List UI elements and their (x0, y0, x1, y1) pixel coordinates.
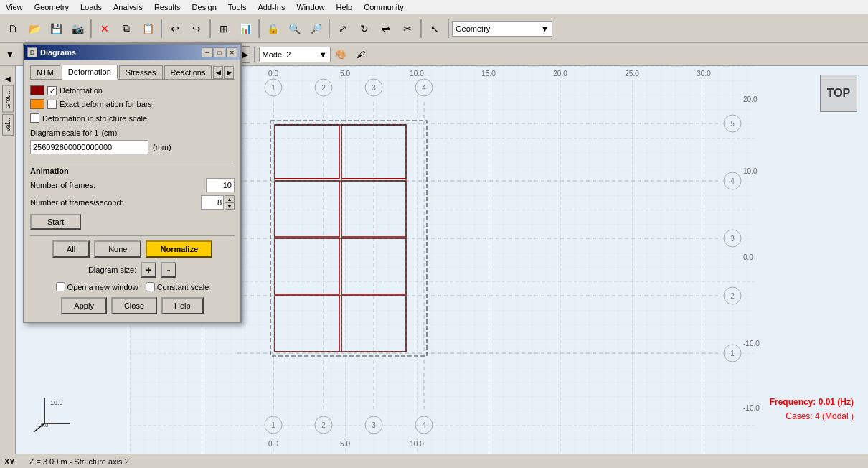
tb2-color1[interactable]: 🎨 (333, 46, 350, 63)
tab-reactions[interactable]: Reactions (164, 65, 212, 79)
num-frames-row: Number of frames: (30, 178, 235, 192)
dialog-close-btn[interactable]: ✕ (226, 47, 237, 57)
sep5 (329, 19, 330, 38)
search-button[interactable]: 🔍 (284, 19, 304, 39)
move-button[interactable]: ⤢ (333, 19, 353, 39)
svg-text:3: 3 (372, 421, 376, 429)
lock-button[interactable]: 🔒 (263, 19, 283, 39)
menu-results[interactable]: Results (148, 1, 187, 13)
camera-button[interactable]: 📷 (67, 19, 88, 39)
spinbox-up[interactable]: ▲ (225, 195, 235, 202)
deformation-checkbox[interactable]: ✓ (47, 86, 57, 95)
svg-text:2: 2 (730, 292, 735, 300)
exact-deformation-checkbox[interactable] (47, 100, 57, 109)
diagram-scale-unit2: (mm) (153, 143, 171, 151)
dialog-minimize[interactable]: ─ (202, 47, 213, 57)
all-button[interactable]: All (52, 240, 90, 258)
frames-per-sec-label: Number of frames/second: (30, 198, 123, 207)
diagram-size-minus[interactable]: - (161, 262, 176, 278)
apply-button[interactable]: Apply (61, 297, 107, 314)
svg-text:30.0: 30.0 (697, 70, 711, 78)
frames-per-sec-spinbox: ▲ ▼ (201, 195, 235, 210)
mirror-button[interactable]: ⇌ (376, 19, 396, 39)
deformation-row: ✓ Deformation (30, 85, 235, 95)
tb2-color2[interactable]: 🖌 (352, 46, 369, 63)
trim-button[interactable]: ✂ (397, 19, 418, 39)
divider2 (30, 235, 235, 236)
mode2-dropdown[interactable]: Mode: 2 ▼ (259, 47, 331, 62)
left-tab-groups[interactable]: Grou... (2, 85, 14, 113)
tb2-dropdown-arrow[interactable]: ▼ (3, 46, 17, 63)
svg-text:10.0: 10.0 (410, 70, 424, 78)
svg-text:-10.0: -10.0 (743, 404, 760, 412)
undo-button[interactable]: ↩ (165, 19, 185, 39)
spinbox-down[interactable]: ▼ (225, 202, 235, 210)
tab-ntm[interactable]: NTM (30, 65, 60, 79)
menu-loads[interactable]: Loads (75, 1, 108, 13)
num-frames-label: Number of frames: (30, 181, 95, 189)
menu-community[interactable]: Community (358, 1, 410, 13)
divider1 (30, 162, 235, 162)
tab-deformation[interactable]: Deformation (62, 65, 118, 80)
animation-label: Animation (30, 167, 235, 175)
diagram-scale-input[interactable] (30, 140, 148, 154)
dialog-body: NTM Deformation Stresses Reactions ◀ ▶ ✓… (24, 60, 240, 322)
deformation-scale-row: Deformation in structure scale (30, 113, 235, 123)
dialog-maximize[interactable]: □ (214, 47, 225, 57)
menu-tools[interactable]: Tools (222, 1, 253, 13)
sep2 (161, 19, 162, 38)
menu-design[interactable]: Design (187, 1, 222, 13)
menu-addins[interactable]: Add-Ins (253, 1, 291, 13)
deformation-color-indicator (30, 85, 44, 95)
new-button[interactable]: 🗋 (3, 19, 23, 39)
deformation-scale-checkbox[interactable] (30, 113, 39, 123)
svg-text:10.0: 10.0 (743, 167, 758, 175)
num-frames-input[interactable] (206, 178, 235, 192)
constant-scale-checkbox[interactable] (146, 282, 155, 291)
svg-text:20.0: 20.0 (553, 70, 567, 78)
diagram-scale-unit: (cm) (101, 128, 117, 137)
close-button[interactable]: Close (111, 297, 157, 314)
cursor-button[interactable]: ↖ (425, 19, 445, 39)
geometry-dropdown[interactable]: Geometry ▼ (452, 21, 552, 37)
chart-button[interactable]: 📊 (235, 19, 255, 39)
zoom-button[interactable]: 🔎 (306, 19, 326, 39)
deformation-scale-label: Deformation in structure scale (42, 114, 147, 123)
open-button[interactable]: 📂 (24, 19, 44, 39)
table-button[interactable]: ⊞ (214, 19, 234, 39)
save-button[interactable]: 💾 (46, 19, 66, 39)
start-button[interactable]: Start (30, 214, 81, 230)
svg-text:2: 2 (321, 84, 326, 92)
rotate-button[interactable]: ↻ (354, 19, 374, 39)
left-arrow-up[interactable]: ◀ (4, 73, 12, 84)
tab-next-arrow[interactable]: ▶ (224, 66, 234, 79)
dialog-titlebar[interactable]: D Diagrams ─ □ ✕ (24, 45, 240, 60)
svg-text:4: 4 (730, 177, 735, 185)
left-tab-values[interactable]: Val... (2, 114, 14, 136)
sep6 (420, 19, 422, 38)
copy-button[interactable]: ⧉ (116, 19, 136, 39)
open-new-window-checkbox[interactable] (56, 282, 65, 291)
normalize-button[interactable]: Normalize (146, 240, 212, 258)
paste-button[interactable]: 📋 (138, 19, 158, 39)
menu-window[interactable]: Window (291, 1, 330, 13)
frames-per-sec-input[interactable] (201, 195, 224, 210)
diagram-size-row: Diagram size: + - (30, 262, 235, 278)
viewport-top-label[interactable]: TOP (820, 75, 857, 112)
diagram-size-plus[interactable]: + (141, 262, 156, 278)
exact-deformation-color (30, 99, 44, 109)
svg-text:25.0: 25.0 (625, 70, 639, 78)
sep7 (448, 19, 449, 38)
apply-close-help-row: Apply Close Help (30, 297, 235, 317)
none-button[interactable]: None (94, 240, 141, 258)
menu-help[interactable]: Help (331, 1, 359, 13)
tab-stresses[interactable]: Stresses (119, 65, 163, 79)
help-button[interactable]: Help (161, 297, 204, 314)
menu-analysis[interactable]: Analysis (108, 1, 148, 13)
redo-button[interactable]: ↪ (187, 19, 207, 39)
menu-view[interactable]: View (0, 1, 29, 13)
menu-geometry[interactable]: Geometry (29, 1, 75, 13)
diagram-scale-input-row: (mm) (30, 140, 235, 154)
delete-button[interactable]: ✕ (95, 19, 115, 39)
tab-prev-arrow[interactable]: ◀ (213, 66, 223, 79)
